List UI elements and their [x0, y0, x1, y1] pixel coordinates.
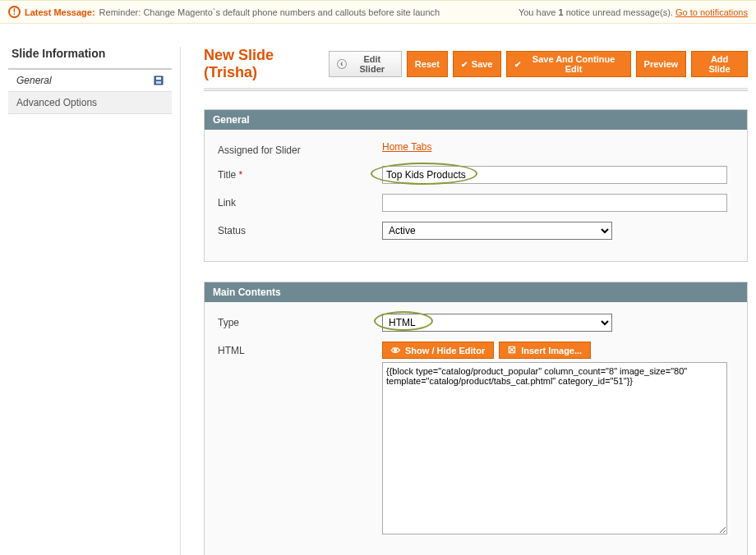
add-slide-button[interactable]: Add Slide [691, 51, 748, 77]
page-title: New Slide (Trisha) [204, 47, 329, 81]
preview-label: Preview [644, 59, 679, 69]
save-continue-button[interactable]: Save And Continue Edit [506, 51, 631, 77]
header-divider [204, 88, 748, 91]
html-row: HTML Show / Hide Editor Insert Image... [218, 342, 734, 537]
eye-icon [391, 346, 400, 355]
type-row: Type HTML [218, 314, 734, 332]
sidebar-item-label: General [16, 75, 52, 86]
status-select[interactable]: Active [382, 222, 612, 240]
main-contents-body: Type HTML HTML Show / Hide Editor Insert… [205, 302, 747, 555]
notice-bar: ! Latest Message: Reminder: Change Magen… [0, 0, 756, 24]
main-contents-panel: Main Contents Type HTML HTML Show / Hide… [204, 282, 748, 555]
sidebar-item-label: Advanced Options [16, 97, 97, 108]
main-area: New Slide (Trisha) Edit Slider Reset Sav… [204, 47, 748, 555]
title-label-text: Title [218, 169, 236, 181]
check-icon [461, 60, 468, 69]
floppy-icon [154, 76, 164, 85]
general-heading: General [205, 110, 747, 130]
edit-slider-button[interactable]: Edit Slider [329, 51, 402, 77]
back-icon [337, 59, 347, 69]
save-label: Save [472, 59, 493, 69]
main-contents-heading: Main Contents [205, 282, 747, 302]
link-row: Link [218, 194, 734, 212]
notice-label: Latest Message: [25, 7, 95, 17]
assigned-label: Assigned for Slider [218, 141, 382, 156]
link-input[interactable] [382, 194, 727, 212]
save-button[interactable]: Save [453, 51, 501, 77]
title-label: Title * [218, 166, 382, 181]
general-panel: General Assigned for Slider Home Tabs Ti… [204, 109, 748, 262]
sidebar-title: Slide Information [8, 47, 172, 70]
link-label: Link [218, 194, 382, 209]
sidebar-item-general[interactable]: General [8, 70, 172, 92]
save-continue-label: Save And Continue Edit [525, 54, 623, 74]
button-row: Edit Slider Reset Save Save And Continue… [329, 51, 748, 77]
assigned-slider-link[interactable]: Home Tabs [382, 141, 431, 153]
check-icon [514, 60, 521, 69]
required-asterisk: * [239, 169, 243, 181]
general-body: Assigned for Slider Home Tabs Title * Li… [205, 130, 747, 261]
sidebar: Slide Information General Advanced Optio… [8, 47, 181, 555]
reset-button[interactable]: Reset [407, 51, 448, 77]
preview-button[interactable]: Preview [636, 51, 687, 77]
edit-slider-label: Edit Slider [351, 54, 394, 74]
show-hide-label: Show / Hide Editor [405, 346, 485, 355]
type-select[interactable]: HTML [382, 314, 612, 332]
assigned-row: Assigned for Slider Home Tabs [218, 141, 734, 156]
title-input[interactable] [382, 166, 727, 184]
title-row: Title * [218, 166, 734, 184]
insert-image-button[interactable]: Insert Image... [499, 342, 591, 359]
alert-icon: ! [8, 6, 21, 18]
html-textarea[interactable] [382, 362, 727, 534]
sidebar-item-advanced-options[interactable]: Advanced Options [8, 92, 172, 114]
notice-right: You have 1 notice unread message(s). Go … [519, 7, 748, 17]
type-label: Type [218, 314, 382, 328]
notice-left: ! Latest Message: Reminder: Change Magen… [8, 6, 440, 18]
notifications-link[interactable]: Go to notifications [675, 7, 748, 17]
notice-right-prefix: You have [519, 7, 559, 17]
page-header: New Slide (Trisha) Edit Slider Reset Sav… [204, 47, 748, 81]
image-icon [508, 345, 516, 355]
notice-message: Reminder: Change Magento`s default phone… [99, 7, 440, 17]
svg-rect-1 [156, 77, 161, 80]
svg-rect-2 [156, 81, 161, 84]
reset-label: Reset [415, 59, 440, 69]
notice-right-suffix: notice unread message(s). [564, 7, 675, 17]
show-hide-editor-button[interactable]: Show / Hide Editor [382, 342, 494, 359]
insert-image-label: Insert Image... [521, 346, 582, 355]
add-slide-label: Add Slide [699, 54, 740, 74]
html-label: HTML [218, 342, 382, 356]
status-row: Status Active [218, 222, 734, 240]
status-label: Status [218, 222, 382, 236]
